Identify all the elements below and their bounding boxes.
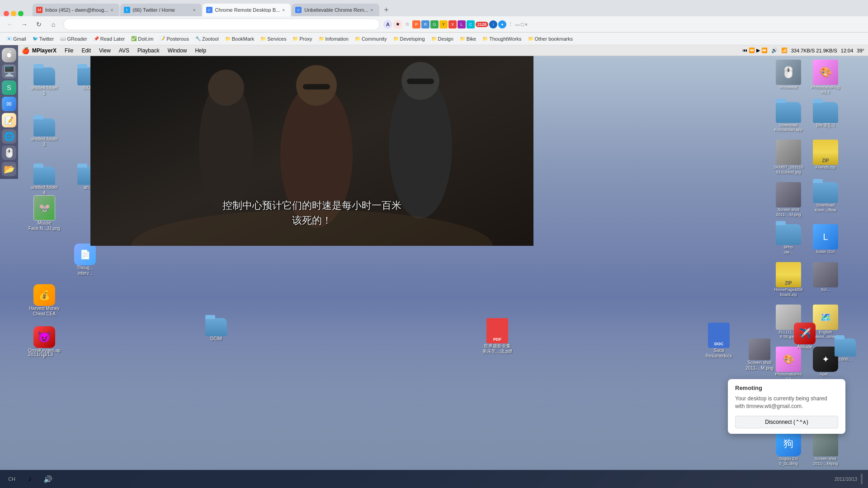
desktop-icon-untitled3[interactable]: untitled folder3 — [26, 117, 62, 149]
dock-item-7[interactable]: 📂 — [2, 162, 16, 176]
bookmark-infomation[interactable]: 📁 Infomation — [316, 35, 351, 42]
bookmark-other-icon: 📁 — [528, 36, 533, 41]
tab-twitter-close[interactable]: × — [191, 6, 198, 14]
bookmark-doitim[interactable]: ✅ Doit.im — [128, 35, 156, 42]
desktop-icon-untitled4[interactable]: untitled folder4 — [26, 165, 62, 197]
ext-icon-2[interactable]: ★ — [393, 20, 402, 29]
desktop-icon-altitude[interactable]: ✈️ Altitude — [787, 321, 823, 352]
home-button[interactable]: ⌂ — [47, 18, 60, 31]
url-input[interactable] — [63, 19, 380, 30]
bookmark-other[interactable]: 📁 Other bookmarks — [525, 35, 576, 42]
ext-green[interactable]: G — [430, 20, 439, 28]
desktop-icon-download-konna[interactable]: DownloadKonnachan.app — [770, 100, 807, 135]
bookmark-bike[interactable]: 📁 Bike — [457, 35, 479, 42]
desktop-icon-friends-zip[interactable]: ZIP Friends.zip — [807, 138, 844, 177]
menu-playback[interactable]: Playback — [134, 47, 163, 55]
desktop-icon-suca[interactable]: DOC SucaResumedocx — [701, 321, 737, 361]
menu-edit[interactable]: Edit — [78, 47, 94, 55]
desktop-icon-lipho[interactable]: liPhoute... — [770, 222, 807, 257]
forward-button[interactable]: → — [18, 18, 31, 31]
bookmark-readlater[interactable]: 📌 Read Later — [91, 35, 127, 42]
taskbar-volume[interactable]: 🔊 — [40, 471, 56, 487]
desktop-icon-mouseeat[interactable]: 🖱️ Mouseeat — [770, 58, 807, 97]
dock-safari[interactable]: S — [2, 80, 16, 95]
maximize-window-btn[interactable] — [18, 11, 24, 16]
window-minimize[interactable]: — — [515, 22, 520, 27]
tab-gmail-close[interactable]: × — [108, 6, 116, 14]
reload-button[interactable]: ↻ — [33, 18, 45, 31]
new-tab-button[interactable]: + — [380, 4, 393, 16]
bookmark-twitter[interactable]: 🐦 Twitter — [30, 35, 57, 42]
window-restore[interactable]: □ — [521, 22, 524, 27]
ext-yellow[interactable]: Y — [439, 20, 448, 28]
disconnect-button[interactable]: Disconnect (⌃^∧) — [735, 416, 838, 428]
back-button[interactable]: ← — [4, 18, 16, 31]
bookmark-services[interactable]: 📁 Services — [258, 35, 289, 42]
dock-notes[interactable]: 📝 — [2, 113, 16, 127]
tab-remote1[interactable]: C Chrome Remote Desktop B... × — [203, 4, 291, 16]
desktop-icon-skmbt-right[interactable]: SKMBT_28311091318400.jpg — [770, 138, 807, 177]
bookmark-zootool[interactable]: 🔧 Zootool — [193, 35, 222, 42]
menu-view[interactable]: View — [95, 47, 114, 55]
desktop-icon-screenshot-1[interactable]: Screen shot2011-...M.png — [770, 180, 807, 219]
dock-finder[interactable]: 🖥️ — [2, 64, 16, 79]
bookmark-developing[interactable]: 📁 Developing — [391, 35, 428, 42]
taskbar-music[interactable]: ♪ — [22, 471, 38, 487]
ext-purple[interactable]: L — [458, 20, 466, 28]
menu-avs[interactable]: AVS — [115, 47, 133, 55]
video-player[interactable]: 控制中心预计它们的时速是每小时一百米 该死的！ — [90, 56, 533, 246]
desktop-icon-scr[interactable]: Scr... — [807, 260, 844, 299]
tab-gmail[interactable]: M Inbox (452) - dwen@thoug... × — [33, 4, 119, 16]
wifi-icon[interactable]: 📶 — [781, 47, 788, 53]
desktop-icon-screen2011b[interactable]: Screen shot2011-...Mipng — [807, 429, 844, 468]
desktop-icon-conn[interactable]: conn... — [827, 337, 863, 364]
window-close[interactable]: × — [525, 22, 528, 27]
dock-item-6[interactable]: 🖱️ — [2, 145, 16, 160]
bookmark-posterous[interactable]: 📝 Posterous — [157, 35, 192, 42]
desktop-icon-untitled2[interactable]: untitled folder2 — [26, 66, 62, 98]
taskbar-ch[interactable]: CH — [4, 471, 20, 487]
close-window-btn[interactable] — [4, 11, 9, 16]
tab-remote1-close[interactable]: × — [280, 6, 287, 14]
bookmark-gmail[interactable]: 📧 Gmail — [4, 35, 29, 42]
desktop-icon-sogou[interactable]: 狗 Sogou 2.00_SL.dmg — [770, 429, 807, 468]
desktop-icon-pdf[interactable]: PDF 世界摄影全集美乐艺...流.pdf — [479, 316, 515, 356]
menu-help[interactable]: Help — [191, 47, 210, 55]
tab-remote2[interactable]: C Unbelievable Chrome Rem... × — [292, 4, 379, 16]
bookmark-thoughtworks[interactable]: 📁 ThoughtWorks — [480, 35, 524, 42]
ext-cyan[interactable]: C — [467, 20, 475, 28]
menu-dots[interactable]: ⋮ — [507, 21, 514, 27]
desktop-icon-life[interactable]: [life 浙][...] — [807, 100, 844, 135]
ext-blue-round[interactable]: i — [489, 20, 497, 28]
bookmark-design[interactable]: 📁 Design — [429, 35, 456, 42]
apple-menu-icon[interactable]: 🍎 — [22, 47, 29, 54]
volume-icon[interactable]: 🔊 — [771, 47, 778, 53]
desktop-icon-photomatix[interactable]: 🎨 PhotomatixPlugin1.2 — [807, 58, 844, 97]
dock-apple[interactable] — [2, 48, 16, 62]
ext-chrome-round[interactable]: ● — [498, 20, 506, 28]
desktop-icon-screenshot-bottom[interactable]: Screen shot2011-...M.png — [741, 337, 778, 373]
desktop-icon-dcim[interactable]: DCIM — [198, 316, 234, 343]
bookmark-star[interactable]: ☆ — [403, 21, 411, 27]
ext-red[interactable]: X — [448, 20, 457, 28]
ext-reader[interactable]: R — [421, 20, 429, 28]
desktop-icon-homepage-zip[interactable]: ZIP HomePage&Billboard.zip — [770, 260, 807, 299]
desktop-icon-mouseface[interactable]: 🐭 MouseFace.N...JJ.png — [26, 193, 62, 233]
tab-remote2-close[interactable]: × — [368, 6, 376, 14]
desktop-icon-luster[interactable]: L luster GUI — [807, 222, 844, 257]
ext-icon-1[interactable]: A — [383, 20, 392, 29]
dock-mail[interactable]: ✉ — [2, 97, 16, 111]
desktop-icon-download-rflow[interactable]: DownloadKonn...rflow — [807, 180, 844, 219]
dock-chrome[interactable]: 🌐 — [2, 129, 16, 144]
menu-file[interactable]: File — [61, 47, 77, 55]
bookmark-bookmark[interactable]: 📁 BookMark — [222, 35, 257, 42]
bookmark-proxy[interactable]: 📁 Proxy — [290, 35, 315, 42]
bookmark-greader[interactable]: 📖 GReader — [57, 35, 90, 42]
minimize-window-btn[interactable] — [11, 11, 16, 16]
desktop-icon-harvest[interactable]: 💰 Harvest MoneyCheat.CEA — [26, 282, 62, 319]
bookmark-community[interactable]: 📁 Community — [352, 35, 390, 42]
ext-posterous[interactable]: P — [412, 20, 420, 28]
menu-window[interactable]: Window — [164, 47, 191, 55]
desktop-icon-thoug[interactable]: 📄 Thoug...interv... — [67, 242, 103, 278]
tab-twitter[interactable]: t (66) Twitter / Home × — [120, 4, 202, 16]
